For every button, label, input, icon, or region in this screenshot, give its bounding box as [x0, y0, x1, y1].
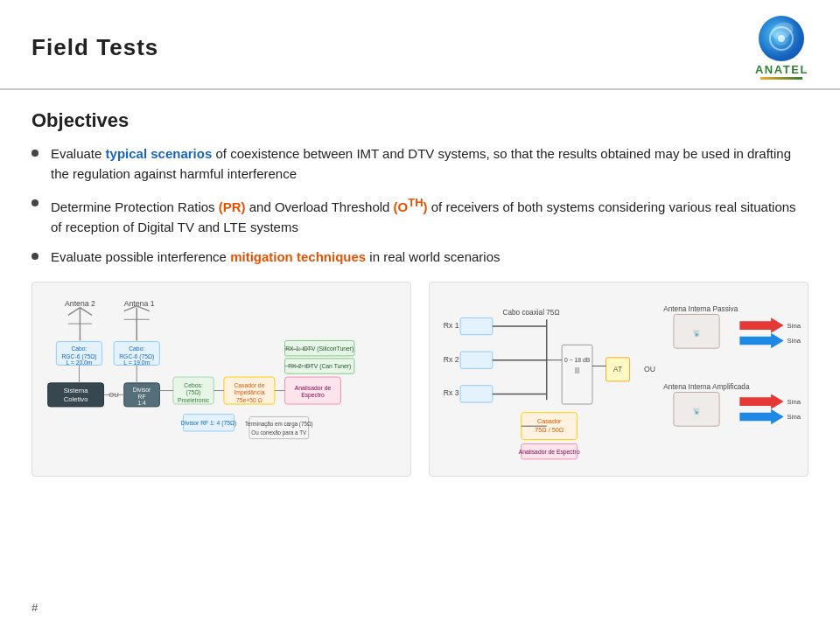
svg-text:(75Ω): (75Ω) [186, 389, 201, 396]
svg-text:OU: OU [644, 365, 655, 373]
svg-text:📡: 📡 [693, 406, 701, 414]
svg-text:Sinal TVD: Sinal TVD [788, 398, 801, 406]
diagrams-area: Antena 2 Antena 1 Cabo: RGC-6 (75Ω) L = … [32, 282, 808, 477]
svg-text:Rx 2: Rx 2 [444, 354, 459, 363]
svg-text:AT: AT [613, 365, 623, 373]
svg-text:Divisor RF 1: 4 (75Ω): Divisor RF 1: 4 (75Ω) [181, 420, 237, 427]
list-item: Evaluate possible interference mitigatio… [32, 248, 808, 268]
svg-text:Casador: Casador [537, 417, 562, 425]
svg-text:Espectro: Espectro [301, 392, 325, 399]
footer-label: # [32, 601, 38, 614]
svg-text:Sinal LTE: Sinal LTE [788, 413, 801, 421]
svg-point-1 [774, 31, 788, 45]
svg-text:Coletivo: Coletivo [64, 395, 88, 403]
bullet-dot-icon [32, 199, 38, 206]
bullet-text-2: Determine Protection Ratios (PR) and Ove… [51, 194, 808, 237]
left-diagram-svg: Antena 2 Antena 1 Cabo: RGC-6 (75Ω) L = … [39, 291, 403, 466]
svg-point-0 [770, 27, 793, 50]
header: Field Tests ANATEL [0, 0, 840, 90]
section-title: Objectives [32, 109, 808, 132]
svg-text:Proeletronic: Proeletronic [178, 397, 210, 403]
svg-rect-68 [562, 345, 592, 404]
logo-circle-icon [759, 16, 804, 61]
svg-marker-84 [739, 332, 783, 347]
svg-marker-91 [739, 408, 783, 423]
logo-underline [760, 77, 802, 80]
page-title: Field Tests [32, 34, 158, 61]
svg-rect-62 [460, 385, 493, 401]
logo-text: ANATEL [755, 63, 808, 76]
svg-text:Rx 1: Rx 1 [444, 320, 459, 329]
svg-text:Sinal LTE: Sinal LTE [788, 337, 801, 345]
svg-text:75Ω / 50Ω: 75Ω / 50Ω [535, 425, 564, 433]
svg-line-6 [68, 307, 80, 315]
svg-text:RX-2: iDTV (Can Tuner): RX-2: iDTV (Can Tuner) [288, 363, 351, 370]
svg-marker-89 [739, 394, 783, 408]
objectives-list: Evaluate typical scenarios of coexistenc… [32, 144, 808, 268]
list-item: Evaluate typical scenarios of coexistenc… [32, 144, 808, 184]
right-diagram-svg: Rx 1 Rx 2 Rx 3 Cabo coaxial 75Ω 0 ~ 18 d… [437, 291, 801, 466]
highlight-oth: (OTH) [394, 199, 428, 214]
svg-text:Antena Interna Passiva: Antena Interna Passiva [663, 304, 738, 312]
svg-text:Sistema: Sistema [64, 387, 89, 394]
svg-rect-61 [460, 352, 493, 368]
svg-text:Analisador de Espectro: Analisador de Espectro [519, 449, 580, 456]
anatel-logo: ANATEL [755, 16, 808, 80]
svg-text:0 ~ 18 dB: 0 ~ 18 dB [564, 356, 591, 362]
bullet-dot-icon [32, 150, 38, 157]
highlight-pr: (PR) [219, 199, 246, 214]
main-content: Objectives Evaluate typical scenarios of… [0, 90, 840, 485]
svg-line-7 [80, 307, 92, 315]
svg-point-2 [778, 35, 785, 42]
svg-text:Analisador de: Analisador de [295, 384, 332, 390]
svg-text:Cabo:: Cabo: [71, 345, 87, 352]
svg-text:Terminação em carga (75Ω): Terminação em carga (75Ω) [245, 421, 313, 428]
highlight-mitigation: mitigation techniques [230, 249, 366, 264]
highlight-typical-scenarios: typical scenarios [106, 146, 213, 161]
svg-text:Cabo:: Cabo: [129, 345, 144, 352]
list-item: Determine Protection Ratios (PR) and Ove… [32, 194, 808, 237]
svg-rect-60 [460, 317, 493, 334]
svg-text:Cabo coaxial 75Ω: Cabo coaxial 75Ω [502, 309, 559, 317]
diagram-right: Rx 1 Rx 2 Rx 3 Cabo coaxial 75Ω 0 ~ 18 d… [429, 282, 808, 477]
bullet-text-3: Evaluate possible interference mitigatio… [51, 248, 808, 268]
diagram-left: Antena 2 Antena 1 Cabo: RGC-6 (75Ω) L = … [32, 282, 411, 477]
svg-text:Antena Interna Amplificada: Antena Interna Amplificada [663, 382, 750, 390]
oth-subscript: TH [408, 196, 423, 209]
svg-text:Casador de: Casador de [234, 381, 264, 387]
svg-text:L = 19,0m: L = 19,0m [123, 359, 150, 365]
svg-text:1:4: 1:4 [137, 399, 146, 405]
svg-text:Ou conexão para a TV: Ou conexão para a TV [251, 429, 307, 436]
svg-text:|||: ||| [575, 366, 580, 373]
svg-text:📡: 📡 [693, 328, 701, 336]
svg-text:Cebos:: Cebos: [184, 381, 203, 387]
svg-text:75e+50 Ω: 75e+50 Ω [236, 397, 262, 403]
svg-marker-82 [739, 317, 783, 332]
svg-text:Impedância: Impedância [234, 389, 264, 396]
bullet-dot-icon [32, 253, 38, 260]
svg-text:Sinal TVD: Sinal TVD [788, 321, 801, 329]
svg-text:Divisor: Divisor [133, 387, 151, 393]
bullet-text-1: Evaluate typical scenarios of coexistenc… [51, 144, 808, 184]
svg-text:Rx 3: Rx 3 [444, 388, 459, 397]
svg-text:L = 20,0m: L = 20,0m [66, 359, 92, 365]
svg-text:Antena 2: Antena 2 [65, 298, 95, 307]
